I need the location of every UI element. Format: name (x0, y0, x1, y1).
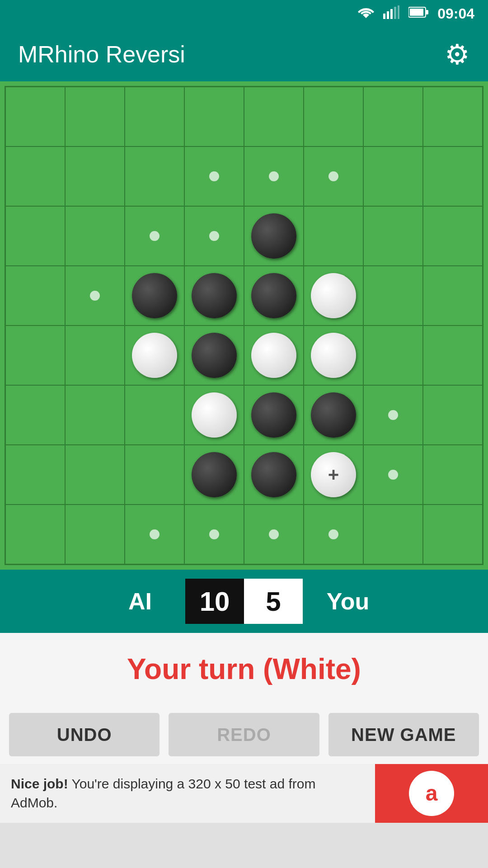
score-area: AI 10 5 You (0, 570, 488, 633)
undo-button[interactable]: UNDO (9, 713, 160, 756)
white-piece-hint[interactable]: + (311, 452, 356, 497)
cell-4-6[interactable] (363, 326, 423, 385)
cell-6-7[interactable] (423, 445, 483, 505)
status-bar: 09:04 (0, 0, 488, 27)
cell-3-0[interactable] (5, 266, 65, 326)
cell-1-5[interactable] (304, 146, 363, 206)
svg-rect-0 (383, 14, 385, 19)
you-score: 5 (244, 579, 303, 624)
cell-7-0[interactable] (5, 505, 65, 564)
cell-2-4[interactable] (244, 206, 304, 266)
white-piece (251, 333, 296, 378)
cell-7-3[interactable] (184, 505, 244, 564)
cell-4-0[interactable] (5, 326, 65, 385)
cell-1-1[interactable] (65, 146, 125, 206)
cell-4-1[interactable] (65, 326, 125, 385)
cell-2-0[interactable] (5, 206, 65, 266)
settings-button[interactable]: ⚙ (445, 38, 470, 71)
cell-0-7[interactable] (423, 87, 483, 146)
hint-dot (209, 529, 219, 539)
cell-7-5[interactable] (304, 505, 363, 564)
cell-2-2[interactable] (125, 206, 184, 266)
cell-0-2[interactable] (125, 87, 184, 146)
cell-5-0[interactable] (5, 385, 65, 445)
cell-2-3[interactable] (184, 206, 244, 266)
hint-dot (150, 231, 160, 241)
ad-banner: Nice job! You're displaying a 320 x 50 t… (0, 764, 488, 823)
black-piece (251, 452, 296, 497)
cell-0-3[interactable] (184, 87, 244, 146)
black-piece (132, 273, 177, 318)
cell-0-0[interactable] (5, 87, 65, 146)
black-piece (251, 273, 296, 318)
cell-5-2[interactable] (125, 385, 184, 445)
redo-button[interactable]: REDO (169, 713, 319, 756)
cell-2-5[interactable] (304, 206, 363, 266)
svg-text:a: a (426, 781, 438, 805)
cell-3-4[interactable] (244, 266, 304, 326)
cell-7-2[interactable] (125, 505, 184, 564)
cell-3-5[interactable] (304, 266, 363, 326)
cell-7-4[interactable] (244, 505, 304, 564)
cell-2-7[interactable] (423, 206, 483, 266)
cell-6-6[interactable] (363, 445, 423, 505)
cell-1-2[interactable] (125, 146, 184, 206)
cell-2-1[interactable] (65, 206, 125, 266)
svg-rect-3 (394, 7, 396, 19)
ad-text: Nice job! You're displaying a 320 x 50 t… (11, 774, 364, 812)
cell-7-7[interactable] (423, 505, 483, 564)
hint-dot (150, 529, 160, 539)
cell-1-3[interactable] (184, 146, 244, 206)
ai-score: 10 (185, 579, 244, 624)
cell-4-7[interactable] (423, 326, 483, 385)
cell-1-6[interactable] (363, 146, 423, 206)
white-piece (132, 333, 177, 378)
turn-area: Your turn (White) (0, 633, 488, 705)
cell-0-6[interactable] (363, 87, 423, 146)
black-piece (192, 333, 237, 378)
cell-1-0[interactable] (5, 146, 65, 206)
cell-6-1[interactable] (65, 445, 125, 505)
cell-3-1[interactable] (65, 266, 125, 326)
cell-3-2[interactable] (125, 266, 184, 326)
cell-7-6[interactable] (363, 505, 423, 564)
cell-6-0[interactable] (5, 445, 65, 505)
svg-rect-1 (387, 11, 389, 19)
cell-6-3[interactable] (184, 445, 244, 505)
cell-2-6[interactable] (363, 206, 423, 266)
ad-text-area: Nice job! You're displaying a 320 x 50 t… (0, 764, 375, 823)
cell-3-7[interactable] (423, 266, 483, 326)
cell-5-4[interactable] (244, 385, 304, 445)
cell-0-4[interactable] (244, 87, 304, 146)
cell-4-4[interactable] (244, 326, 304, 385)
cell-6-5[interactable]: + (304, 445, 363, 505)
cell-6-2[interactable] (125, 445, 184, 505)
cell-7-1[interactable] (65, 505, 125, 564)
cell-5-5[interactable] (304, 385, 363, 445)
cell-5-3[interactable] (184, 385, 244, 445)
cell-4-3[interactable] (184, 326, 244, 385)
svg-rect-2 (390, 9, 393, 19)
cell-1-4[interactable] (244, 146, 304, 206)
cell-0-5[interactable] (304, 87, 363, 146)
cell-0-1[interactable] (65, 87, 125, 146)
hint-dot (90, 291, 100, 301)
cell-3-6[interactable] (363, 266, 423, 326)
cell-3-3[interactable] (184, 266, 244, 326)
cell-4-2[interactable] (125, 326, 184, 385)
cell-5-6[interactable] (363, 385, 423, 445)
wifi-icon (358, 5, 374, 22)
black-piece (311, 392, 356, 438)
signal-icon (383, 5, 399, 22)
white-piece (192, 392, 237, 438)
hint-dot (388, 470, 398, 480)
cell-6-4[interactable] (244, 445, 304, 505)
ad-logo-area[interactable]: a (375, 764, 488, 823)
new-game-button[interactable]: NEW GAME (328, 713, 479, 756)
cell-5-7[interactable] (423, 385, 483, 445)
cell-1-7[interactable] (423, 146, 483, 206)
cell-4-5[interactable] (304, 326, 363, 385)
game-board[interactable]: + (5, 86, 483, 565)
cell-5-1[interactable] (65, 385, 125, 445)
board-container: + (0, 81, 488, 570)
